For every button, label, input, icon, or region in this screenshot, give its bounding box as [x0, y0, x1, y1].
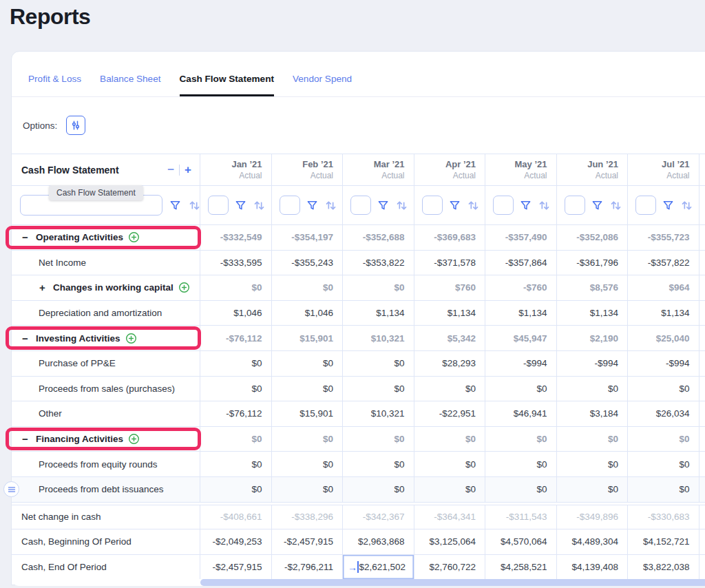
- cell-investing-activities-3[interactable]: $5,342: [414, 326, 486, 351]
- cell-depreciation-and-amortization-4[interactable]: $1,134: [485, 301, 557, 326]
- cell-other-1[interactable]: $15,901: [272, 401, 344, 427]
- cell-net-income-4[interactable]: -$357,864: [485, 251, 557, 276]
- cell-net-change-in-cash-6[interactable]: -$330,683: [628, 505, 699, 530]
- cell-investing-activities-6[interactable]: $25,040: [628, 326, 699, 351]
- filter-input-apr-21[interactable]: [422, 196, 443, 215]
- cell-net-income-0[interactable]: -$333,595: [200, 251, 272, 276]
- sort-arrows-icon[interactable]: [538, 199, 551, 212]
- sort-arrows-icon[interactable]: [467, 199, 480, 212]
- filter-input-feb-21[interactable]: [280, 196, 300, 215]
- cell-investing-activities-2[interactable]: $10,321: [343, 326, 414, 351]
- cell-investing-activities-0[interactable]: -$76,112: [200, 326, 272, 351]
- sort-arrows-icon[interactable]: [680, 199, 693, 212]
- tab-vendor-spend[interactable]: Vendor Spend: [293, 74, 352, 96]
- cell-proceeds-from-sales-purchases-1[interactable]: $0: [272, 377, 344, 402]
- cell-purchase-of-pp-e-4[interactable]: -$994: [485, 351, 557, 377]
- cell-proceeds-from-equity-rounds-2[interactable]: $0: [343, 452, 414, 477]
- cell-operating-activities-5[interactable]: -$352,086: [557, 225, 629, 251]
- cell-purchase-of-pp-e-1[interactable]: $0: [272, 351, 344, 377]
- collapse-toggle-icon[interactable]: −: [21, 434, 29, 444]
- cell-proceeds-from-equity-rounds-6[interactable]: $0: [628, 452, 699, 477]
- cell-investing-activities-4[interactable]: $45,947: [485, 326, 557, 351]
- cell-purchase-of-pp-e-0[interactable]: $0: [200, 351, 272, 377]
- drag-handle-icon[interactable]: [3, 481, 19, 497]
- cell-depreciation-and-amortization-1[interactable]: $1,046: [272, 301, 344, 326]
- cell-cash-end-of-period-3[interactable]: $2,760,722: [414, 555, 486, 580]
- cell-changes-in-working-capital-0[interactable]: $0: [200, 275, 272, 301]
- collapse-toggle-icon[interactable]: −: [21, 232, 29, 242]
- cell-proceeds-from-sales-purchases-4[interactable]: $0: [485, 377, 557, 402]
- cell-proceeds-from-equity-rounds-4[interactable]: $0: [485, 452, 557, 477]
- cell-changes-in-working-capital-3[interactable]: $760: [414, 275, 486, 301]
- cell-other-3[interactable]: -$22,951: [414, 401, 486, 427]
- cell-cash-end-of-period-5[interactable]: $4,139,408: [557, 555, 629, 580]
- cell-depreciation-and-amortization-5[interactable]: $1,134: [557, 301, 629, 326]
- filter-input-may-21[interactable]: [493, 196, 514, 215]
- cell-changes-in-working-capital-6[interactable]: $964: [628, 275, 699, 301]
- cell-other-6[interactable]: $26,034: [628, 401, 699, 427]
- cell-cash-beginning-of-period-0[interactable]: -$2,049,253: [200, 529, 272, 555]
- cell-other-0[interactable]: -$76,112: [200, 401, 272, 427]
- add-line-icon[interactable]: [128, 433, 140, 445]
- cell-operating-activities-6[interactable]: -$355,723: [628, 225, 699, 251]
- cell-cash-beginning-of-period-5[interactable]: $4,489,304: [557, 529, 629, 555]
- filter-input-jun-21[interactable]: [565, 196, 585, 215]
- cell-net-change-in-cash-3[interactable]: -$364,341: [414, 505, 486, 530]
- filter-funnel-icon[interactable]: [377, 200, 389, 211]
- cell-proceeds-from-debt-issuances-5[interactable]: $0: [557, 477, 629, 503]
- cell-net-income-3[interactable]: -$371,578: [414, 251, 486, 276]
- add-line-icon[interactable]: [178, 282, 190, 293]
- cell-proceeds-from-debt-issuances-2[interactable]: $0: [343, 477, 414, 503]
- cell-changes-in-working-capital-4[interactable]: -$760: [485, 275, 557, 301]
- cell-cash-end-of-period-4[interactable]: $4,258,521: [485, 555, 557, 580]
- filter-funnel-icon[interactable]: [306, 200, 318, 211]
- cell-cash-end-of-period-1[interactable]: -$2,796,211: [272, 555, 344, 580]
- collapse-toggle-icon[interactable]: −: [21, 333, 29, 344]
- cell-proceeds-from-debt-issuances-0[interactable]: $0: [200, 477, 272, 503]
- filter-funnel-icon[interactable]: [169, 200, 181, 211]
- cell-cash-beginning-of-period-4[interactable]: $4,570,064: [485, 529, 557, 555]
- cell-proceeds-from-sales-purchases-6[interactable]: $0: [628, 377, 699, 402]
- sort-arrows-icon[interactable]: [395, 199, 408, 212]
- cell-investing-activities-1[interactable]: $15,901: [272, 326, 344, 351]
- cell-operating-activities-3[interactable]: -$369,683: [414, 225, 486, 251]
- cell-proceeds-from-sales-purchases-5[interactable]: $0: [557, 377, 629, 402]
- cell-net-income-2[interactable]: -$353,822: [343, 251, 414, 276]
- filter-funnel-icon[interactable]: [235, 200, 246, 211]
- cell-net-change-in-cash-1[interactable]: -$338,296: [272, 505, 344, 530]
- add-line-icon[interactable]: [125, 333, 137, 344]
- cell-changes-in-working-capital-2[interactable]: $0: [343, 275, 414, 301]
- cell-operating-activities-4[interactable]: -$357,490: [485, 225, 557, 251]
- cell-cash-beginning-of-period-1[interactable]: -$2,457,915: [272, 529, 344, 555]
- sort-arrows-icon[interactable]: [253, 199, 266, 212]
- cell-net-change-in-cash-0[interactable]: -$408,661: [200, 505, 272, 530]
- cell-net-change-in-cash-5[interactable]: -$349,896: [557, 505, 629, 530]
- cell-cash-end-of-period-6[interactable]: $3,822,038: [628, 555, 699, 580]
- options-filter-button[interactable]: [66, 116, 85, 135]
- cell-operating-activities-0[interactable]: -$332,549: [200, 225, 272, 251]
- tab-balance-sheet[interactable]: Balance Sheet: [100, 74, 160, 96]
- expand-toggle-icon[interactable]: +: [39, 282, 46, 293]
- sort-arrows-icon[interactable]: [324, 199, 337, 212]
- filter-input-mar-21[interactable]: [350, 196, 371, 215]
- collapse-all-button[interactable]: −: [167, 164, 174, 176]
- cell-cash-beginning-of-period-6[interactable]: $4,152,721: [628, 529, 699, 555]
- cell-net-income-6[interactable]: -$357,822: [628, 251, 699, 276]
- cell-cash-end-of-period-0[interactable]: -$2,457,915: [200, 555, 272, 580]
- expand-all-button[interactable]: +: [185, 164, 191, 176]
- cell-net-change-in-cash-2[interactable]: -$342,367: [343, 505, 414, 530]
- cell-purchase-of-pp-e-3[interactable]: $28,293: [414, 351, 486, 377]
- cell-operating-activities-1[interactable]: -$354,197: [272, 225, 344, 251]
- scrollbar-thumb[interactable]: [200, 579, 705, 586]
- tab-profit-loss[interactable]: Profit & Loss: [28, 74, 81, 96]
- filter-input-jan-21[interactable]: [208, 196, 229, 215]
- filter-funnel-icon[interactable]: [591, 200, 603, 211]
- cell-proceeds-from-equity-rounds-1[interactable]: $0: [272, 452, 344, 477]
- cell-proceeds-from-equity-rounds-5[interactable]: $0: [557, 452, 629, 477]
- cell-changes-in-working-capital-1[interactable]: $0: [272, 275, 344, 301]
- sort-arrows-icon[interactable]: [188, 199, 201, 212]
- cell-financing-activities-5[interactable]: $0: [557, 427, 629, 452]
- cell-cash-beginning-of-period-3[interactable]: $3,125,064: [414, 529, 486, 555]
- cell-proceeds-from-debt-issuances-1[interactable]: $0: [272, 477, 344, 503]
- cell-proceeds-from-sales-purchases-2[interactable]: $0: [343, 377, 414, 402]
